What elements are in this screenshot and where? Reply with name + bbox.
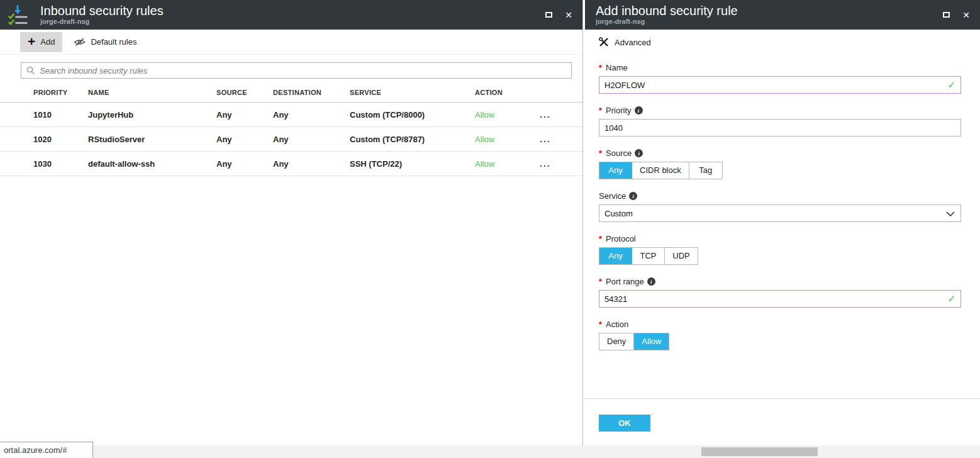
- table-row[interactable]: 1030 default-allow-ssh Any Any SSH (TCP/…: [0, 152, 582, 176]
- name-label: Name: [606, 63, 628, 72]
- protocol-option-udp[interactable]: UDP: [665, 248, 698, 264]
- cell-action: Allow: [475, 110, 536, 120]
- col-priority: PRIORITY: [33, 89, 88, 96]
- advanced-label: Advanced: [615, 38, 651, 47]
- cell-source: Any: [216, 110, 273, 120]
- source-option-tag[interactable]: Tag: [689, 162, 722, 179]
- advanced-tools-icon: [599, 37, 609, 47]
- action-toggle-group: Deny Allow: [599, 333, 669, 350]
- azure-portal-screen: Inbound security rules jorge-draft-nsg ✕…: [0, 0, 980, 458]
- right-toolbar: Advanced: [585, 30, 980, 55]
- cell-source: Any: [216, 135, 273, 144]
- right-blade-header: Add inbound security rule jorge-draft-ns…: [585, 0, 980, 30]
- required-marker: *: [599, 277, 602, 286]
- cell-destination: Any: [273, 135, 350, 144]
- default-rules-label: Default rules: [91, 37, 136, 47]
- row-context-menu-icon[interactable]: ...: [536, 111, 555, 118]
- add-inbound-rule-blade: Add inbound security rule jorge-draft-ns…: [585, 0, 980, 458]
- left-toolbar: + Add Default rules: [0, 30, 582, 55]
- left-blade-header: Inbound security rules jorge-draft-nsg ✕: [0, 0, 582, 30]
- row-context-menu-icon[interactable]: ...: [536, 136, 555, 142]
- rules-table: PRIORITY NAME SOURCE DESTINATION SERVICE…: [0, 83, 582, 176]
- service-select[interactable]: Custom: [599, 204, 961, 222]
- service-label: Service: [599, 191, 626, 201]
- search-icon: [26, 66, 35, 75]
- col-action: ACTION: [475, 89, 536, 96]
- advanced-button[interactable]: Advanced: [599, 33, 651, 52]
- protocol-label: Protocol: [606, 234, 636, 243]
- inbound-security-rules-blade: Inbound security rules jorge-draft-nsg ✕…: [0, 0, 583, 458]
- cell-service: Custom (TCP/8000): [350, 110, 475, 120]
- dialog-title: Add inbound security rule: [596, 4, 941, 18]
- valid-check-icon: ✓: [947, 293, 955, 304]
- action-label: Action: [606, 320, 628, 329]
- chevron-down-icon: [946, 211, 955, 216]
- cell-source: Any: [216, 159, 273, 169]
- table-header-row: PRIORITY NAME SOURCE DESTINATION SERVICE…: [0, 83, 582, 103]
- search-input[interactable]: [40, 66, 566, 75]
- cell-priority: 1010: [33, 110, 88, 120]
- required-marker: *: [599, 320, 602, 329]
- cell-name: JupyterHub: [88, 110, 216, 120]
- cell-name: RStudioServer: [88, 135, 216, 144]
- protocol-toggle-group: Any TCP UDP: [599, 247, 698, 265]
- cell-priority: 1030: [33, 159, 88, 169]
- name-input[interactable]: [599, 77, 961, 93]
- service-selected-value: Custom: [604, 209, 633, 218]
- cell-destination: Any: [273, 159, 350, 169]
- col-service: SERVICE: [350, 89, 475, 96]
- name-field: * Name ✓: [599, 63, 961, 94]
- info-icon: i: [629, 192, 637, 200]
- table-row[interactable]: 1020 RStudioServer Any Any Custom (TCP/8…: [0, 127, 582, 152]
- cell-action: Allow: [475, 159, 536, 169]
- required-marker: *: [599, 106, 602, 115]
- horizontal-scrollbar[interactable]: [0, 445, 980, 458]
- page-subtitle: jorge-draft-nsg: [40, 18, 543, 26]
- table-row[interactable]: 1010 JupyterHub Any Any Custom (TCP/8000…: [0, 103, 582, 127]
- maximize-icon[interactable]: [543, 10, 554, 20]
- priority-input[interactable]: [599, 120, 961, 136]
- cell-action: Allow: [475, 135, 536, 144]
- port-range-label: Port range: [606, 277, 644, 286]
- source-label: Source: [606, 148, 632, 158]
- status-url-tooltip: ortal.azure.com/#: [0, 442, 93, 458]
- source-field: * Source i Any CIDR block Tag: [599, 148, 961, 179]
- source-option-cidr[interactable]: CIDR block: [632, 162, 689, 179]
- maximize-icon[interactable]: [941, 10, 951, 20]
- dialog-footer: OK: [585, 398, 980, 432]
- action-option-deny[interactable]: Deny: [599, 333, 634, 350]
- cell-service: Custom (TCP/8787): [350, 135, 475, 144]
- cell-destination: Any: [273, 110, 350, 120]
- protocol-option-tcp[interactable]: TCP: [632, 248, 665, 264]
- close-icon[interactable]: ✕: [961, 10, 971, 20]
- row-context-menu-icon[interactable]: ...: [536, 160, 555, 167]
- add-button[interactable]: + Add: [20, 32, 62, 52]
- source-option-any[interactable]: Any: [599, 162, 632, 179]
- info-icon: i: [635, 149, 643, 157]
- inbound-rules-icon: [6, 4, 29, 26]
- ok-button[interactable]: OK: [599, 415, 650, 432]
- close-icon[interactable]: ✕: [564, 10, 574, 20]
- plus-icon: +: [28, 35, 35, 48]
- required-marker: *: [599, 234, 602, 243]
- add-button-label: Add: [40, 37, 55, 47]
- port-range-input[interactable]: [599, 291, 961, 307]
- service-field: Service i Custom: [599, 191, 961, 222]
- eye-slash-icon: [74, 38, 86, 47]
- col-source: SOURCE: [216, 89, 273, 96]
- priority-label: Priority: [606, 106, 631, 115]
- search-box: [21, 62, 572, 79]
- info-icon: i: [647, 277, 655, 286]
- valid-check-icon: ✓: [947, 79, 955, 91]
- port-range-field: * Port range i ✓: [599, 277, 961, 308]
- scrollbar-thumb[interactable]: [701, 447, 818, 456]
- default-rules-button[interactable]: Default rules: [66, 32, 144, 52]
- action-option-allow[interactable]: Allow: [634, 333, 669, 350]
- col-destination: DESTINATION: [273, 89, 350, 96]
- required-marker: *: [599, 63, 602, 72]
- info-icon: i: [635, 106, 643, 114]
- protocol-field: * Protocol Any TCP UDP: [599, 234, 961, 265]
- priority-field: * Priority i: [599, 106, 961, 137]
- protocol-option-any[interactable]: Any: [599, 248, 632, 264]
- col-name: NAME: [88, 89, 216, 96]
